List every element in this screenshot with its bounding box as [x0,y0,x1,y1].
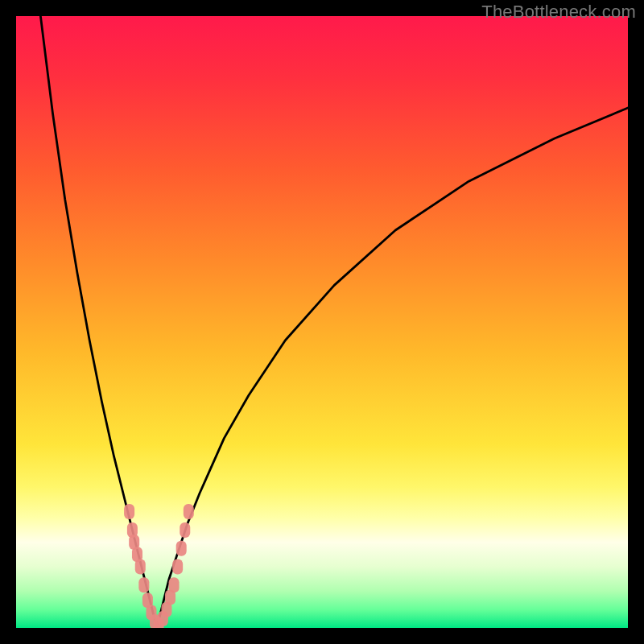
marker-dot [169,577,180,592]
marker-dot [176,541,187,556]
marker-dot [180,522,190,538]
chart-frame: TheBottleneck.com [0,0,644,644]
marker-dot [172,559,183,575]
marker-dot [184,504,194,519]
chart-svg [16,16,628,628]
marker-dot [138,577,149,592]
watermark-text: TheBottleneck.com [481,2,636,23]
marker-dot [124,504,134,519]
gradient-background [16,16,628,628]
marker-dot [135,559,146,575]
plot-area [16,16,628,628]
